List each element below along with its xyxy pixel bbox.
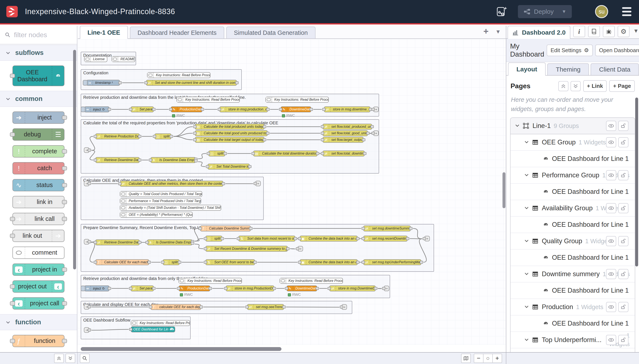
input-port[interactable] bbox=[153, 135, 156, 138]
flow-node-Set-and-store-the-current-line-and-shift[interactable]: ⇄Set and store the current line and shif… bbox=[146, 80, 237, 86]
input-port[interactable] bbox=[145, 241, 149, 244]
input-port[interactable] bbox=[298, 261, 301, 264]
flow-node-Calculate-the-total-target-output-of-tod[interactable]: ▤Calculate the total target output of to… bbox=[195, 137, 264, 143]
flow-node-Set-params[interactable]: ⇄Set params bbox=[131, 106, 154, 112]
chevron-down-icon[interactable] bbox=[524, 205, 529, 211]
minimap-button[interactable] bbox=[461, 354, 471, 363]
input-port[interactable] bbox=[362, 237, 365, 240]
lock-toggle-button[interactable] bbox=[618, 335, 628, 345]
input-port[interactable] bbox=[129, 287, 132, 290]
palette-collapse-button[interactable] bbox=[54, 354, 64, 363]
output-port[interactable] bbox=[253, 261, 257, 264]
chevron-down-icon[interactable] bbox=[515, 123, 520, 129]
output-port[interactable] bbox=[152, 287, 156, 290]
deploy-button[interactable]: Deploy ▼ bbox=[518, 5, 572, 18]
flow-node-split[interactable]: ◫split bbox=[205, 236, 222, 242]
lock-toggle-button[interactable] bbox=[618, 269, 628, 279]
output-port[interactable] bbox=[209, 287, 212, 290]
visibility-toggle-button[interactable] bbox=[606, 335, 616, 345]
inject-button[interactable] bbox=[81, 106, 85, 112]
output-port[interactable] bbox=[282, 306, 286, 308]
input-port[interactable] bbox=[94, 158, 97, 162]
input-port[interactable] bbox=[372, 108, 375, 111]
lock-toggle-button[interactable] bbox=[618, 121, 628, 131]
flow-node-Calculate-OEE-for-each-machine[interactable]: ƒCalculate OEE for each machine bbox=[95, 259, 149, 265]
open-dashboard-button[interactable]: Open Dashboard bbox=[595, 44, 639, 56]
input-port[interactable] bbox=[340, 306, 343, 308]
input-port[interactable] bbox=[10, 132, 15, 136]
flow-node-Key-Instructions:-Read-Before-Proceeding[interactable]: Key Instructions: Read Before Proceeding bbox=[179, 278, 242, 284]
sidebar-scrollbar[interactable] bbox=[635, 98, 638, 266]
output-port[interactable] bbox=[62, 268, 67, 272]
palette-node-link-in[interactable]: ➔link in bbox=[13, 196, 65, 208]
flow-node-link[interactable]: ➔ bbox=[84, 327, 89, 333]
output-port[interactable] bbox=[221, 237, 224, 240]
user-avatar[interactable]: su bbox=[595, 5, 608, 18]
output-port[interactable] bbox=[309, 108, 313, 111]
flow-node-Is-Downtime-Data-Empty?[interactable]: ⋔Is Downtime Data Empty? bbox=[147, 240, 192, 245]
input-port[interactable] bbox=[144, 81, 148, 84]
lock-toggle-button[interactable] bbox=[618, 170, 628, 180]
lock-toggle-button[interactable] bbox=[618, 137, 628, 147]
deploy-caret-icon[interactable]: ▼ bbox=[562, 9, 566, 14]
flow-node-Key-Instructions:-Read-Before-Proceeding[interactable]: Key Instructions: Read Before Proceeding bbox=[131, 320, 190, 326]
input-port[interactable] bbox=[321, 125, 324, 128]
output-port[interactable] bbox=[62, 183, 67, 187]
tree-row-group[interactable]: Downtime summery1 Widgets bbox=[510, 266, 635, 282]
zoom-out-button[interactable]: − bbox=[474, 354, 483, 363]
input-port[interactable] bbox=[279, 108, 282, 111]
canvas-horizontal-scrollbar[interactable] bbox=[81, 347, 281, 351]
output-port[interactable] bbox=[108, 108, 111, 111]
input-port[interactable] bbox=[129, 108, 132, 111]
flow-node-Combine-the-data-back-into-an-array.[interactable]: ▣Combine the data back into an array. bbox=[300, 236, 358, 242]
zoom-in-button[interactable]: + bbox=[492, 354, 502, 363]
tree-row-widget[interactable]: OEE Dashboard for Line 1 bbox=[510, 250, 635, 266]
add-page-button[interactable]: + Page bbox=[609, 80, 635, 92]
visibility-toggle-button[interactable] bbox=[606, 302, 616, 312]
output-port[interactable] bbox=[88, 182, 91, 185]
input-port[interactable] bbox=[193, 138, 196, 141]
help-tab-button[interactable] bbox=[588, 26, 600, 37]
output-port[interactable] bbox=[62, 217, 67, 221]
input-port[interactable] bbox=[206, 165, 209, 168]
palette-node-status[interactable]: ∿status bbox=[13, 179, 65, 191]
tab-dashboard-2[interactable]: Dashboard 2.0 bbox=[508, 26, 570, 39]
chevron-down-icon[interactable] bbox=[524, 337, 529, 343]
flow-list-caret-icon[interactable]: ▼ bbox=[495, 28, 501, 35]
flow-node-Calculate-Downtime-Summery[interactable]: ƒCalculate Downtime Summery bbox=[200, 226, 251, 232]
flow-node-Calculate-the-total-downtime-duration[interactable]: ▤Calculate the total downtime duration bbox=[253, 150, 317, 156]
tree-row-group[interactable]: Performance Group1 Widgets bbox=[510, 167, 635, 184]
flow-node-set-flow.target_output[interactable]: ⇄set flow.target_output bbox=[323, 137, 364, 143]
input-port[interactable] bbox=[245, 306, 249, 308]
output-port[interactable] bbox=[62, 149, 67, 154]
flow-node-Calculate-the-total-good-units-produced-[interactable]: ▤Calculate the total good units produced… bbox=[195, 130, 268, 136]
chevron-down-icon[interactable] bbox=[524, 304, 529, 310]
flow-node-link[interactable]: ➔ bbox=[424, 236, 430, 241]
input-port[interactable] bbox=[328, 287, 331, 290]
output-port[interactable] bbox=[315, 287, 319, 290]
flow-node-split[interactable]: ◫split bbox=[208, 150, 225, 156]
flow-node-ProductionData[interactable]: ✎ProductionDataRWC bbox=[179, 286, 210, 291]
add-link-button[interactable]: + Link bbox=[583, 80, 607, 92]
flow-node-Calculate-OEE-and-other-metrics,-then-st[interactable]: ⇄Calculate OEE and other metrics, then s… bbox=[120, 181, 223, 187]
output-port[interactable] bbox=[224, 152, 227, 155]
output-port[interactable] bbox=[62, 116, 67, 120]
output-port[interactable] bbox=[138, 135, 141, 138]
output-port[interactable] bbox=[62, 166, 67, 170]
flow-node-link[interactable]: ➔ bbox=[255, 181, 261, 186]
chevron-down-icon[interactable] bbox=[524, 238, 529, 244]
edit-settings-button[interactable]: Edit Settings ⚙ bbox=[547, 44, 592, 56]
tree-row-page[interactable]: Line-19 Groups bbox=[510, 118, 635, 134]
expand-all-button[interactable] bbox=[570, 81, 581, 91]
output-port[interactable] bbox=[148, 261, 151, 264]
palette-node-link-call[interactable]: ➔link call bbox=[13, 213, 65, 225]
flow-node-set-msg.downtimeSummery[interactable]: ⇄set msg.downtimeSummery bbox=[363, 226, 411, 232]
flow-node-Availavity-=-(Total-Shift-Duration---Tot[interactable]: Availavity = (Total Shift Duration - Tot… bbox=[120, 205, 221, 211]
output-port[interactable] bbox=[366, 132, 370, 135]
tree-row-widget[interactable]: OEE Dashboard for Line 1 bbox=[510, 217, 635, 233]
output-port[interactable] bbox=[201, 108, 204, 111]
flow-node-link[interactable]: ➔ bbox=[373, 106, 379, 112]
flow-node-link[interactable]: ➔ bbox=[84, 304, 89, 310]
input-port[interactable] bbox=[198, 227, 202, 230]
flow-node-Retrieve-Downtime-Data[interactable]: ⇄Retrieve Downtime Data bbox=[95, 157, 140, 163]
